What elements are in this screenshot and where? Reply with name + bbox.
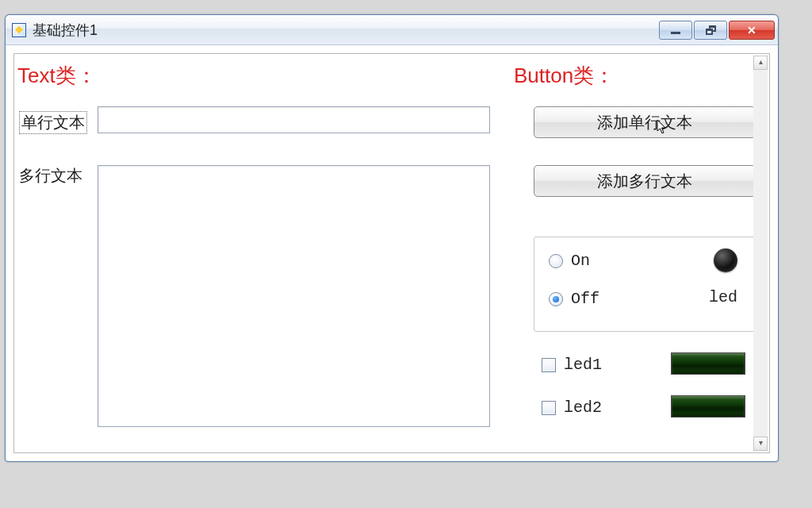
- app-icon: [12, 23, 26, 37]
- checkbox-led2-label: led2: [564, 398, 602, 417]
- checkbox-led1-label: led1: [564, 356, 602, 374]
- minimize-button[interactable]: [659, 21, 692, 40]
- square-led2-indicator: [671, 395, 745, 418]
- close-icon: ✕: [747, 24, 756, 37]
- multi-line-input[interactable]: [98, 165, 490, 427]
- scroll-down-icon[interactable]: ▾: [753, 437, 768, 451]
- single-line-input[interactable]: [98, 106, 490, 133]
- client-area: Text类： Button类： 单行文本 多行文本 添加单行文本 添加多行文本 …: [13, 53, 770, 453]
- led-groupbox: On Off led: [534, 237, 756, 332]
- window-controls: ✕: [659, 21, 775, 40]
- single-line-label: 单行文本: [19, 111, 87, 134]
- radio-off[interactable]: Off: [549, 290, 599, 308]
- add-multi-line-label: 添加多行文本: [597, 171, 692, 192]
- scroll-up-icon[interactable]: ▴: [753, 56, 768, 70]
- window-title: 基础控件1: [33, 21, 98, 40]
- add-single-line-label: 添加单行文本: [597, 112, 692, 133]
- add-multi-line-button[interactable]: 添加多行文本: [534, 165, 756, 197]
- titlebar[interactable]: 基础控件1 ✕: [6, 15, 778, 45]
- checkbox-led2-box: [542, 401, 556, 415]
- text-section-title: Text类：: [17, 62, 97, 90]
- client-scrollbar[interactable]: ▴ ▾: [753, 56, 768, 451]
- maximize-button[interactable]: [694, 21, 727, 40]
- app-window: 基础控件1 ✕ Text类： Button类： 单行文本 多行文本 添加单行文本…: [5, 14, 779, 462]
- checkbox-led1[interactable]: led1: [542, 356, 602, 374]
- minimize-icon: [671, 32, 680, 34]
- add-single-line-button[interactable]: 添加单行文本: [534, 106, 756, 138]
- multi-line-label: 多行文本: [19, 165, 82, 187]
- close-button[interactable]: ✕: [729, 21, 775, 40]
- button-section-title: Button类：: [514, 62, 615, 90]
- round-led-indicator: [714, 248, 737, 272]
- square-led1-indicator: [671, 352, 745, 375]
- radio-off-indicator: [549, 292, 563, 306]
- radio-off-label: Off: [571, 290, 599, 308]
- radio-on[interactable]: On: [549, 252, 590, 270]
- checkbox-led1-box: [542, 358, 556, 372]
- round-led-label: led: [709, 288, 737, 306]
- radio-on-label: On: [571, 252, 590, 270]
- checkbox-led2[interactable]: led2: [542, 398, 602, 417]
- radio-on-indicator: [549, 254, 563, 268]
